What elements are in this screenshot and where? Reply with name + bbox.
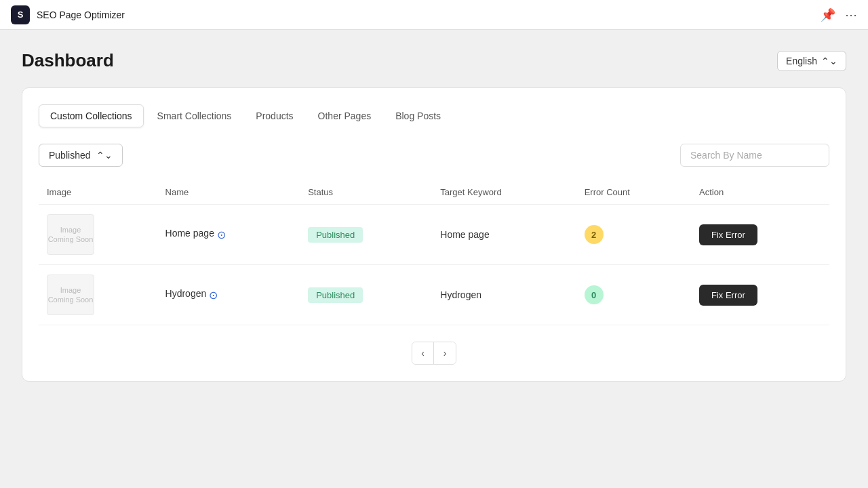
row1-name-wrap: Home page ⊙ (165, 228, 292, 241)
col-keyword: Target Keyword (432, 180, 576, 205)
tab-custom-collections[interactable]: Custom Collections (39, 104, 144, 127)
status-filter-label: Published (49, 150, 91, 161)
table-row: Image Coming Soon Hydrogen ⊙ Published H… (39, 265, 829, 325)
table-body: Image Coming Soon Home page ⊙ Published … (39, 205, 829, 325)
table-header: Image Name Status Target Keyword Error C… (39, 180, 829, 205)
row1-action-cell: Fix Error (691, 205, 829, 265)
prev-icon: ‹ (421, 348, 425, 359)
row1-name-cell: Home page ⊙ (157, 205, 300, 265)
row2-fix-error-button[interactable]: Fix Error (699, 285, 757, 306)
table-row: Image Coming Soon Home page ⊙ Published … (39, 205, 829, 265)
pagination-next-button[interactable]: › (434, 342, 456, 364)
row2-status-badge: Published (308, 287, 363, 303)
row1-image-placeholder: Image Coming Soon (47, 214, 94, 255)
tab-other-pages[interactable]: Other Pages (307, 104, 382, 127)
language-label: English (786, 56, 817, 66)
row1-fix-error-button[interactable]: Fix Error (699, 224, 757, 245)
row1-image-cell: Image Coming Soon (39, 205, 157, 265)
row2-image-placeholder: Image Coming Soon (47, 274, 94, 315)
col-name: Name (157, 180, 300, 205)
page-header: Dashboard English ⌃⌄ (22, 50, 846, 71)
row2-action-cell: Fix Error (691, 265, 829, 325)
row1-status-badge: Published (308, 227, 363, 243)
row2-keyword-cell: Hydrogen (432, 265, 576, 325)
next-icon: › (443, 348, 447, 359)
tab-products[interactable]: Products (245, 104, 304, 127)
row2-name-wrap: Hydrogen ⊙ (165, 288, 292, 302)
more-options-icon[interactable]: ⋯ (845, 7, 857, 22)
pin-icon[interactable]: 📌 (821, 7, 835, 22)
row2-name-cell: Hydrogen ⊙ (157, 265, 300, 325)
row1-name: Home page (165, 228, 214, 239)
pagination-prev-button[interactable]: ‹ (412, 342, 434, 364)
pagination: ‹ › (39, 342, 829, 365)
search-wrap (680, 144, 829, 167)
topbar-left: S SEO Page Optimizer (11, 5, 125, 24)
language-selector[interactable]: English ⌃⌄ (777, 51, 846, 71)
col-image: Image (39, 180, 157, 205)
tab-blog-posts[interactable]: Blog Posts (384, 104, 452, 127)
row2-error-badge: 0 (585, 285, 604, 304)
app-icon: S (11, 5, 30, 24)
row1-info-icon[interactable]: ⊙ (217, 228, 226, 241)
topbar-right: 📌 ⋯ (821, 7, 857, 22)
main-card: Custom Collections Smart Collections Pro… (22, 87, 846, 382)
row1-status-cell: Published (300, 205, 432, 265)
col-status: Status (300, 180, 432, 205)
topbar: S SEO Page Optimizer 📌 ⋯ (0, 0, 868, 30)
main-content: Dashboard English ⌃⌄ Custom Collections … (0, 30, 868, 488)
tab-smart-collections[interactable]: Smart Collections (146, 104, 243, 127)
row2-status-cell: Published (300, 265, 432, 325)
app-title: SEO Page Optimizer (37, 9, 125, 20)
row2-name: Hydrogen (165, 288, 207, 299)
filters-row: Published ⌃⌄ (39, 144, 829, 167)
row2-image-cell: Image Coming Soon (39, 265, 157, 325)
data-table: Image Name Status Target Keyword Error C… (39, 180, 829, 325)
tabs-container: Custom Collections Smart Collections Pro… (39, 104, 829, 127)
col-error-count: Error Count (576, 180, 691, 205)
language-arrow-icon: ⌃⌄ (821, 56, 837, 66)
pagination-controls: ‹ › (412, 342, 456, 365)
status-filter[interactable]: Published ⌃⌄ (39, 144, 123, 167)
app-icon-text: S (18, 9, 24, 20)
row2-error-cell: 0 (576, 265, 691, 325)
row1-error-badge: 2 (585, 225, 604, 244)
row1-error-cell: 2 (576, 205, 691, 265)
col-action: Action (691, 180, 829, 205)
row1-keyword-cell: Home page (432, 205, 576, 265)
search-input[interactable] (680, 144, 829, 167)
status-filter-arrow-icon: ⌃⌄ (96, 150, 113, 161)
row2-info-icon[interactable]: ⊙ (209, 289, 218, 302)
page-title: Dashboard (22, 50, 114, 71)
